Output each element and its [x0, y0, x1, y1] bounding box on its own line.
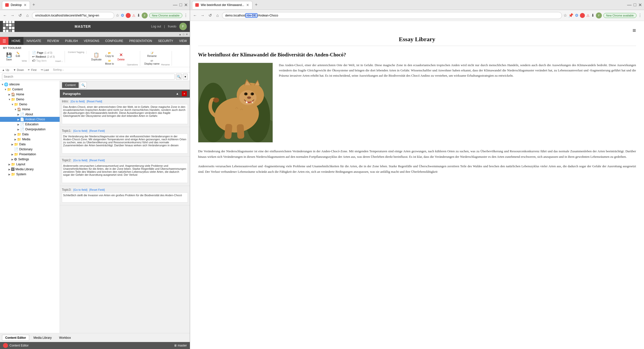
move-to-button[interactable]: 📁 Move to — [104, 59, 115, 66]
first-button[interactable]: ⇤ First — [28, 68, 36, 71]
download-icon[interactable]: ⬇ — [137, 13, 140, 18]
tree-item-data2[interactable]: ▶ 📁 Data — [0, 142, 60, 147]
menu-dots-icon[interactable]: ⋮ — [184, 13, 188, 18]
menu-item-configure[interactable]: CONFIGURE — [102, 37, 126, 45]
right-back-button[interactable]: ← — [192, 13, 198, 19]
edit-button[interactable]: ✏️ Edit — [14, 51, 21, 58]
minimize-button[interactable]: — — [173, 2, 177, 8]
collapse-icon[interactable]: ▲ — [179, 33, 181, 36]
logout-link[interactable]: Log out — [151, 25, 161, 28]
tree-toggle-about[interactable]: ▶ — [17, 113, 20, 116]
tree-toggle-content[interactable]: ▼ — [4, 88, 7, 91]
menu-item-versions[interactable]: VERSIONS — [81, 37, 102, 45]
hamburger-menu-icon[interactable]: ≡ — [632, 27, 636, 34]
right-menu-dots-icon[interactable]: ⋮ — [638, 13, 642, 18]
right-user-profile-icon[interactable]: F — [596, 13, 602, 19]
tree-item-about[interactable]: ▶ 📄 About — [0, 112, 60, 117]
content-search-button[interactable]: 🔍 — [80, 82, 87, 88]
save-button[interactable]: 💾 Save — [4, 51, 14, 62]
menu-item-review[interactable]: REVIEW — [44, 37, 62, 45]
tree-item-demo-parent[interactable]: ▼ 📁 Demo — [0, 97, 60, 102]
tree-toggle-home-demo[interactable]: ▼ — [14, 108, 17, 111]
panel-close-button[interactable]: ✕ — [182, 91, 187, 96]
up-button[interactable]: ▲ Up — [2, 68, 9, 71]
topic1-textarea[interactable]: Die Veränderung der Niederschlagsmuster … — [62, 134, 188, 154]
tree-toggle-media[interactable]: ▶ — [14, 138, 17, 141]
topic2-go-to-field-link[interactable]: [Go to field] — [73, 159, 87, 162]
right-extensions-icon[interactable]: ⚙ — [575, 13, 578, 18]
right-minimize-button[interactable]: — — [627, 2, 632, 8]
tree-item-settings[interactable]: ▶ ⚙ Settings — [0, 157, 60, 162]
right-home-button[interactable]: ⌂ — [214, 13, 220, 19]
right-download-icon[interactable]: ⬇ — [591, 13, 594, 18]
tree-toggle-andean-choco[interactable]: ▶ — [17, 118, 20, 121]
menu-toggle-button[interactable]: ☰ — [0, 37, 8, 45]
tree-toggle-media-library[interactable]: ▶ — [8, 168, 11, 171]
refresh-button[interactable]: ↺ — [17, 13, 23, 19]
star-icon[interactable]: ☆ — [116, 13, 119, 18]
menu-item-publish[interactable]: PUBLISH — [62, 37, 81, 45]
right-pin-icon[interactable]: 📌 — [568, 13, 574, 18]
right-restore-button[interactable]: □ — [634, 2, 636, 8]
restore-window-icon[interactable]: □ — [183, 33, 184, 36]
topic1-go-to-field-link[interactable]: [Go to field] — [73, 129, 87, 132]
tree-toggle-home-top[interactable]: ▶ — [8, 93, 11, 96]
search-go-button[interactable]: 🔍 — [176, 74, 182, 80]
menu-item-security[interactable]: SECURITY — [155, 37, 176, 45]
security-warning-icon[interactable]: ⚠ — [132, 14, 136, 18]
tree-item-media-library[interactable]: ▶ 🖼 Media Library — [0, 167, 60, 172]
forward-button[interactable]: → — [10, 13, 16, 19]
rename-button[interactable]: 📝 Rename — [143, 51, 161, 58]
tree-item-media[interactable]: ▶ 📁 Media — [0, 137, 60, 142]
copy-to-button[interactable]: 📂 Copy to — [104, 51, 115, 58]
extensions-icon[interactable]: ⚙ — [121, 13, 124, 18]
desktop-tab[interactable]: Desktop ✕ — [2, 1, 30, 9]
redirect-label[interactable]: Redirect — [36, 55, 46, 58]
menu-item-navigate[interactable]: NAVIGATE — [24, 37, 44, 45]
duplicate-button[interactable]: 📋 Duplicate — [90, 51, 104, 62]
tree-item-sitecore[interactable]: ▼ 🌐 sitecore — [0, 82, 60, 87]
last-button[interactable]: ⇥ Last — [40, 68, 49, 71]
right-star-icon[interactable]: ☆ — [564, 13, 567, 18]
tab-close-button[interactable]: ✕ — [24, 3, 27, 7]
right-new-tab-button[interactable]: + — [254, 2, 259, 8]
search-dropdown-button[interactable]: ▼ — [183, 74, 188, 80]
right-browser-tab[interactable]: Wie beeinflusst der Klimawand... ✕ — [192, 1, 252, 9]
display-name-button[interactable]: 🏷 Display name — [143, 59, 161, 66]
right-security-warning-icon[interactable]: ⚠ — [586, 14, 590, 18]
tree-item-home-top[interactable]: ▶ 🏠 Home — [0, 92, 60, 97]
tree-item-overpopulation[interactable]: ▶ 📄 Overpopulation — [0, 127, 60, 132]
tree-toggle-data2[interactable]: ▶ — [11, 143, 14, 146]
content-tab[interactable]: Content — [62, 82, 79, 88]
right-tab-close-button[interactable]: ✕ — [246, 3, 249, 7]
tree-item-presentation[interactable]: ▶ 📁 Presentation — [0, 152, 60, 157]
tree-item-content[interactable]: ▼ 📁 Content — [0, 87, 60, 92]
tree-item-home-demo[interactable]: ▼ 🏠 Home — [0, 107, 60, 112]
tree-item-andean-choco[interactable]: ▶ 📄 Andean Choco — [0, 117, 60, 122]
menu-item-view[interactable]: VIEW — [176, 37, 190, 45]
tree-toggle-sitecore[interactable]: ▼ — [1, 83, 4, 86]
close-button[interactable]: ✕ — [184, 2, 188, 8]
tree-toggle-settings[interactable]: ▶ — [11, 158, 14, 161]
tree-item-data1[interactable]: ▶ 📁 Data — [0, 132, 60, 137]
tree-toggle-system[interactable]: ▶ — [8, 173, 11, 176]
tree-item-system[interactable]: ▶ 📁 System — [0, 172, 60, 177]
right-address-bar[interactable]: demo.localhost/de-DE/Andean-Choco — [222, 12, 562, 19]
tree-toggle-overpopulation[interactable]: ▶ — [17, 128, 20, 131]
tree-toggle-layout[interactable]: ▶ — [8, 163, 11, 166]
home-button[interactable]: ⌂ — [24, 13, 30, 19]
page-label[interactable]: Page — [37, 51, 44, 54]
topic2-textarea[interactable]: Andererseits verursachen Lebensraumverlu… — [62, 163, 188, 183]
intro-go-to-field-link[interactable]: [Go to field] — [70, 100, 84, 103]
down-button[interactable]: ▼ Down — [13, 68, 24, 71]
bottom-tab-media-library[interactable]: Media Library — [30, 335, 55, 341]
menu-item-home[interactable]: HOME — [8, 37, 24, 45]
topic3-go-to-field-link[interactable]: [Go to field] — [73, 188, 87, 191]
bottom-tab-content-editor[interactable]: Content Editor — [2, 335, 29, 341]
right-refresh-button[interactable]: ↺ — [207, 13, 213, 19]
intro-reset-field-link[interactable]: [Reset Field] — [87, 100, 102, 103]
topic2-reset-field-link[interactable]: [Reset Field] — [89, 159, 105, 162]
tree-item-education[interactable]: ▶ 📄 Education — [0, 122, 60, 127]
bottom-tab-workbox[interactable]: Workbox — [56, 335, 74, 341]
intro-textarea[interactable]: Das Anden-Chocó, einer der artenreichste… — [62, 104, 188, 124]
